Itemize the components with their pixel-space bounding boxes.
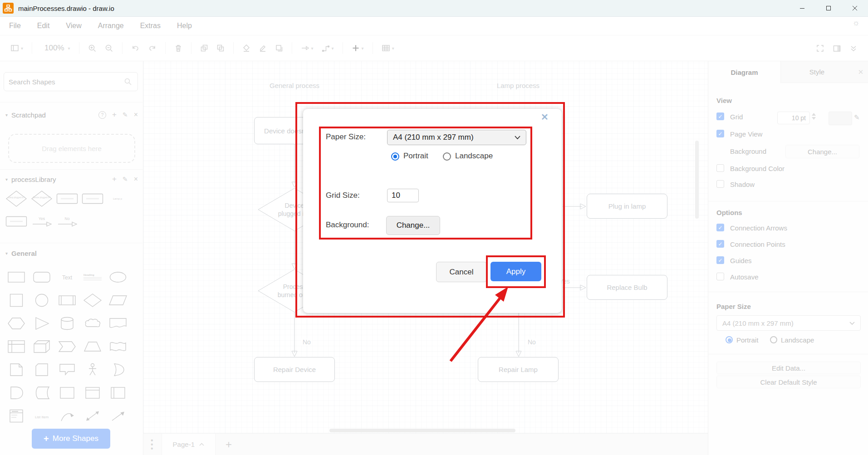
dialog-close-icon[interactable]: ✕ bbox=[541, 112, 549, 122]
background-label: Background: bbox=[326, 220, 369, 230]
portrait-label: Portrait bbox=[403, 152, 428, 161]
paper-size-selected-value: A4 (210 mm x 297 mm) bbox=[393, 133, 474, 142]
paper-size-dropdown[interactable]: A4 (210 mm x 297 mm) bbox=[387, 130, 526, 145]
paper-size-label: Paper Size: bbox=[326, 132, 366, 142]
chevron-down-icon bbox=[515, 136, 520, 139]
drawio-logo-icon bbox=[3, 3, 14, 14]
title-bar: mainProcesses.drawio - draw.io bbox=[0, 0, 868, 17]
window-title: mainProcesses.drawio - draw.io bbox=[18, 5, 114, 12]
minimize-button[interactable] bbox=[789, 0, 815, 16]
background-change-button[interactable]: Change... bbox=[386, 216, 440, 235]
grid-size-label: Grid Size: bbox=[326, 191, 360, 200]
maximize-button[interactable] bbox=[815, 0, 842, 16]
portrait-radio[interactable] bbox=[391, 152, 399, 161]
page-setup-dialog: ✕ Paper Size: A4 (210 mm x 297 mm) Portr… bbox=[303, 109, 562, 313]
drawio-app: mainProcesses.drawio - draw.io File Edit… bbox=[0, 0, 868, 455]
landscape-label: Landscape bbox=[455, 152, 493, 161]
grid-size-field[interactable] bbox=[387, 189, 419, 202]
cancel-button[interactable]: Cancel bbox=[436, 262, 487, 282]
apply-button[interactable]: Apply bbox=[490, 262, 541, 281]
landscape-radio[interactable] bbox=[443, 152, 451, 161]
close-button[interactable] bbox=[842, 0, 868, 16]
